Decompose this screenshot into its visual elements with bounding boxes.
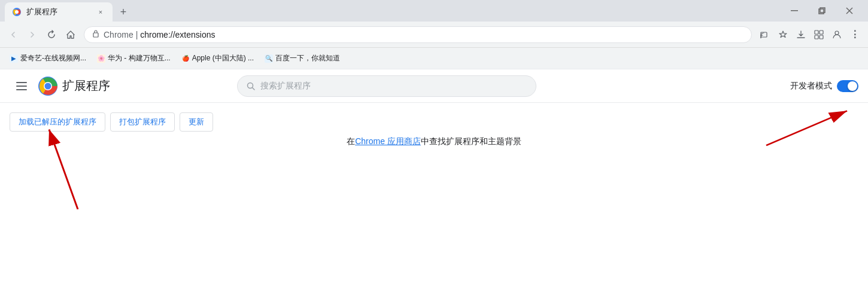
toolbar-right: ⋮ — [757, 26, 863, 43]
bookmark-item-0[interactable]: ▶ 爱奇艺-在线视频网... — [5, 51, 91, 66]
svg-rect-2 — [791, 10, 798, 11]
bookmark-item-2[interactable]: 🍎 Apple (中国大陆) ... — [177, 51, 259, 66]
extensions-header: 扩展程序 搜索扩展程序 开发者模式 — [0, 69, 868, 103]
load-unpacked-button[interactable]: 加载已解压的扩展程序 — [10, 112, 105, 132]
empty-state-suffix: 中查找扩展程序和主题背景 — [421, 136, 521, 147]
sidebar-menu-button[interactable] — [10, 74, 34, 98]
bookmark-favicon-1: 🌸 — [97, 54, 105, 63]
pack-extension-button[interactable]: 打包扩展程序 — [110, 112, 175, 132]
tab-bar: 扩展程序 × + — [0, 0, 868, 22]
svg-rect-15 — [16, 82, 27, 83]
secure-icon — [92, 29, 100, 39]
bookmarks-bar: ▶ 爱奇艺-在线视频网... 🌸 华为 - 构建万物互... 🍎 Apple (… — [0, 48, 868, 69]
forward-button[interactable] — [24, 26, 41, 43]
svg-rect-12 — [815, 35, 818, 39]
svg-point-9 — [760, 37, 761, 38]
bookmark-item-3[interactable]: 🔍 百度一下，你就知道 — [260, 51, 345, 66]
svg-point-14 — [835, 31, 839, 35]
page-wrapper: 加载已解压的扩展程序 打包扩展程序 更新 在 Chrome 应用商店 中查找扩展… — [0, 103, 868, 305]
menu-icon[interactable]: ⋮ — [846, 26, 863, 43]
tab-label: 扩展程序 — [26, 7, 91, 17]
restore-button[interactable] — [808, 0, 836, 22]
empty-state-prefix: 在 — [347, 136, 355, 147]
bookmark-favicon-2: 🍎 — [181, 54, 190, 63]
search-bar[interactable]: 搜索扩展程序 — [237, 75, 536, 97]
svg-line-22 — [253, 87, 255, 90]
tab-grid-icon[interactable] — [811, 26, 827, 43]
minimize-button[interactable] — [781, 0, 808, 22]
download-icon[interactable] — [793, 26, 809, 43]
dev-mode-label: 开发者模式 — [790, 81, 832, 92]
page-content: 扩展程序 搜索扩展程序 开发者模式 加载已解压的扩展程序 打包扩展程序 更新 — [0, 69, 868, 305]
address-bar[interactable]: Chrome | chrome://extensions — [84, 26, 752, 43]
update-button[interactable]: 更新 — [180, 112, 213, 132]
address-text: Chrome | chrome://extensions — [104, 30, 744, 39]
svg-point-1 — [15, 10, 19, 14]
svg-rect-4 — [820, 8, 825, 13]
page-title: 扩展程序 — [62, 78, 110, 94]
bookmark-item-1[interactable]: 🌸 华为 - 构建万物互... — [92, 51, 175, 66]
svg-rect-13 — [820, 35, 823, 39]
empty-state: 在 Chrome 应用商店 中查找扩展程序和主题背景 — [0, 136, 868, 147]
reload-button[interactable] — [43, 26, 60, 43]
svg-rect-16 — [16, 86, 27, 87]
cast-icon[interactable] — [757, 26, 773, 43]
tab-close-button[interactable]: × — [96, 7, 105, 17]
svg-rect-17 — [16, 89, 27, 90]
close-button[interactable] — [836, 0, 863, 22]
svg-rect-3 — [819, 9, 824, 14]
dev-mode-section: 开发者模式 — [790, 80, 858, 92]
svg-rect-11 — [820, 30, 823, 34]
bookmark-label-3: 百度一下，你就知道 — [275, 53, 340, 63]
address-bar-row: Chrome | chrome://extensions ⋮ — [0, 22, 868, 48]
bookmark-favicon-3: 🔍 — [265, 54, 273, 63]
bookmark-label-2: Apple (中国大陆) ... — [192, 53, 254, 63]
window-controls — [781, 0, 868, 22]
svg-point-20 — [45, 83, 51, 89]
tab-favicon — [12, 7, 22, 17]
new-tab-button[interactable]: + — [115, 4, 132, 20]
action-bar: 加载已解压的扩展程序 打包扩展程序 更新 — [0, 103, 868, 136]
bookmark-label-0: 爱奇艺-在线视频网... — [20, 53, 86, 63]
toggle-knob — [848, 81, 857, 91]
svg-rect-7 — [93, 33, 98, 37]
chrome-store-link[interactable]: Chrome 应用商店 — [355, 136, 421, 147]
bookmark-star-icon[interactable] — [775, 26, 791, 43]
home-button[interactable] — [62, 26, 79, 43]
dev-mode-toggle[interactable] — [837, 80, 858, 92]
svg-rect-10 — [815, 30, 818, 34]
back-button[interactable] — [5, 26, 22, 43]
bookmark-favicon-0: ▶ — [10, 54, 18, 63]
chrome-logo — [38, 77, 57, 96]
search-placeholder: 搜索扩展程序 — [260, 81, 311, 92]
active-tab[interactable]: 扩展程序 × — [5, 2, 113, 22]
bookmark-label-1: 华为 - 构建万物互... — [108, 53, 171, 63]
profile-icon[interactable] — [828, 26, 845, 43]
search-icon — [246, 81, 256, 91]
